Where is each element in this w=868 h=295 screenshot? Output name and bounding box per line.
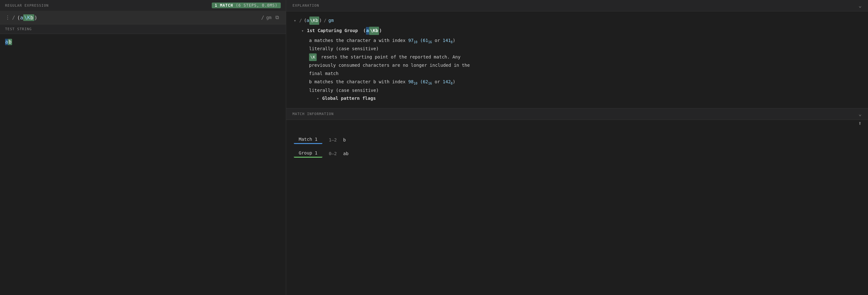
exp-Kb-line2: previously consumed characters are no lo… — [309, 62, 860, 69]
regex-paren-open: ( — [17, 14, 20, 21]
exp-b-or: or — [435, 79, 440, 84]
exp-group-header: 1st Capturing Group (a\Kb) — [307, 27, 382, 35]
exp-group-label: 1st Capturing Group — [307, 28, 358, 33]
exp-group-paren-close: ) — [379, 27, 381, 35]
exp-a-token: a — [307, 17, 309, 25]
exp-paren-open: ( — [304, 17, 307, 25]
exp-a-match-text: a matches the character a with index 971… — [309, 37, 455, 45]
regex-paren-close: ) — [34, 14, 37, 21]
explanation-header: EXPLANATION ⌄ — [286, 0, 868, 11]
regex-section-header: REGULAR EXPRESSION 1 match (6 steps, 0.0… — [0, 0, 286, 11]
exp-kb-badge: \K — [309, 54, 317, 61]
exp-paren-close: ) — [319, 17, 322, 25]
explanation-label: EXPLANATION — [292, 3, 319, 8]
exp-a-paren-close: ) — [453, 38, 455, 43]
exp-b-case-line: literally (case sensitive) — [309, 87, 860, 94]
exp-a-match-text-label: a matches the character a with index — [309, 38, 405, 43]
group1-label[interactable]: Group 1 — [294, 149, 322, 158]
exp-group-paren-open: ( — [363, 27, 366, 35]
test-string-label: TEST STRING — [5, 27, 32, 31]
exp-b-oct: 142 — [442, 79, 451, 84]
exp-global-triangle-icon[interactable]: ▾ — [317, 95, 319, 102]
exp-group-triangle-icon[interactable]: ▾ — [302, 28, 304, 34]
explanation-body: ▾ / (a\Kb) / gm ▾ 1st Capturing Group (a… — [286, 11, 868, 108]
share-icon[interactable]: ⬆ — [858, 120, 862, 127]
left-panel: REGULAR EXPRESSION 1 match (6 steps, 0.0… — [0, 0, 286, 295]
test-string-header: TEST STRING — [0, 25, 286, 34]
match-info-actions: ⬆ — [286, 120, 868, 129]
exp-a-section: a matches the character a with index 971… — [309, 37, 860, 94]
test-string-text: ab — [5, 39, 12, 45]
exp-b-dec-sub: 10 — [414, 82, 417, 85]
match1-label[interactable]: Match 1 — [294, 135, 322, 144]
regex-flags: gm — [266, 15, 272, 20]
match-row-1: Match 1 1–2 b — [294, 135, 860, 144]
exp-b-match-text: b matches the character b with index 981… — [309, 78, 455, 86]
exp-b-case-text: literally (case sensitive) — [309, 87, 379, 94]
exp-b-paren-close: ) — [453, 79, 455, 84]
exp-a-hex-sub: 16 — [428, 40, 432, 43]
regex-section-label: REGULAR EXPRESSION — [5, 3, 49, 8]
exp-kb-text2: previously consumed characters are no lo… — [309, 62, 470, 69]
regex-options-icon[interactable]: ⋮ — [5, 14, 10, 21]
group1-value: ab — [343, 151, 348, 156]
regex-slash-close: / — [261, 14, 265, 21]
exp-global-flags-label: Global pattern flags — [322, 95, 376, 102]
exp-a-case-text: literally (case sensitive) — [309, 45, 379, 53]
right-panel: EXPLANATION ⌄ ▾ / (a\Kb) / gm ▾ 1st Capt… — [286, 0, 868, 295]
regex-token-kb: \Kb — [23, 14, 34, 21]
test-char-a: a — [5, 39, 8, 45]
test-string-body[interactable]: ab — [0, 34, 286, 295]
exp-a-dec-sub: 10 — [414, 40, 417, 43]
explanation-chevron-icon[interactable]: ⌄ — [859, 3, 862, 8]
regex-body[interactable]: (a\Kb) — [17, 14, 259, 21]
match-info-body: Match 1 1–2 b Group 1 0–2 ab — [286, 129, 868, 169]
exp-group-section: ▾ 1st Capturing Group (a\Kb) a matches t… — [302, 26, 860, 102]
exp-a-case-line: literally (case sensitive) — [309, 45, 860, 53]
match1-range: 1–2 — [329, 137, 337, 142]
match-info-chevron-icon[interactable]: ⌄ — [859, 111, 862, 117]
match-info-section: MATCH INFORMATION ⌄ ⬆ Match 1 1–2 b Grou… — [286, 108, 868, 295]
test-char-b: b — [8, 39, 12, 45]
exp-global-flags-line: ▾ Global pattern flags — [317, 95, 860, 102]
exp-regex-line: ▾ / (a\Kb) / gm — [294, 17, 860, 25]
copy-button[interactable]: ⧉ — [273, 14, 281, 21]
exp-group-header-line: ▾ 1st Capturing Group (a\Kb) — [302, 26, 860, 36]
exp-a-dec: 97 — [408, 38, 414, 43]
exp-a-match-line: a matches the character a with index 971… — [309, 37, 860, 45]
exp-regex-container: (a\Kb) — [304, 17, 322, 25]
exp-b-hex-sub: 16 — [428, 82, 432, 85]
group1-range: 0–2 — [329, 151, 337, 156]
exp-kb-text1: resets the starting point of the reporte… — [318, 54, 461, 61]
exp-Kb-line1: \K resets the starting point of the repo… — [309, 54, 860, 61]
exp-b-hex: (62 — [420, 79, 428, 84]
exp-a-or: or — [435, 38, 440, 43]
exp-group-a: a — [366, 27, 369, 35]
exp-Kb-line3: final match — [309, 70, 860, 77]
match1-value: b — [343, 137, 346, 142]
exp-b-match-line: b matches the character b with index 981… — [309, 78, 860, 86]
regex-input-row: ⋮ / (a\Kb) / gm ⧉ — [0, 11, 286, 25]
match-badge-steps: (6 steps, 0.0ms) — [236, 3, 278, 8]
match-info-label: MATCH INFORMATION — [292, 112, 334, 116]
exp-a-hex: (61 — [420, 38, 428, 43]
exp-a-oct: 141 — [442, 38, 451, 43]
regex-slash-open: / — [12, 14, 15, 21]
exp-triangle-icon[interactable]: ▾ — [294, 18, 296, 24]
exp-slash-close: / — [324, 17, 326, 25]
exp-kb-text3: final match — [309, 70, 339, 77]
exp-group-tokens: (a\Kb) — [363, 27, 382, 35]
match-badge: 1 match (6 steps, 0.0ms) — [212, 3, 281, 8]
exp-flags: gm — [329, 17, 334, 25]
exp-group-kb: \Kb — [369, 27, 379, 35]
exp-slash-open: / — [299, 17, 302, 25]
regex-token-k: \K — [24, 14, 30, 21]
regex-token-b: b — [30, 14, 33, 21]
exp-kb-token: \Kb — [309, 17, 319, 25]
match-badge-count: 1 match — [215, 3, 234, 8]
exp-b-match-text-label: b matches the character b with index — [309, 79, 405, 84]
match-row-group1: Group 1 0–2 ab — [294, 149, 860, 158]
regex-token-a: a — [20, 14, 23, 21]
exp-b-dec: 98 — [408, 79, 414, 84]
match-info-header: MATCH INFORMATION ⌄ — [286, 108, 868, 120]
